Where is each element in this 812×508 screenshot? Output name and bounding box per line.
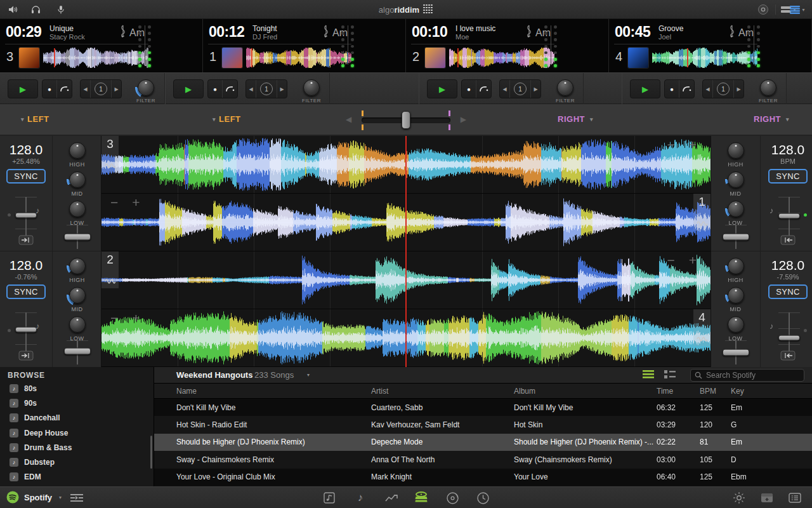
loop-button[interactable]: 1 [256,80,277,98]
sync-button[interactable]: SYNC [768,169,808,184]
eq-mid-knob[interactable] [725,169,747,190]
loop-halve-button[interactable]: ◀ [500,80,509,98]
crossfader-left-arrow[interactable]: ◀ [346,115,351,124]
volume-handle[interactable] [723,234,749,241]
play-button[interactable]: ▶ [427,79,457,98]
crossfader-handle[interactable] [402,111,410,129]
play-button[interactable]: ▶ [8,79,38,98]
deck3-assign-selector[interactable]: RIGHT▾ [558,114,593,124]
song-row[interactable]: Sway - Chainsmokers Remix Anna Of The No… [154,451,812,468]
album-view-icon[interactable] [664,370,676,381]
zoom-out-button[interactable]: − [667,137,674,152]
playlist-item[interactable]: ♪ Drum & Bass [0,440,154,455]
eq-mid-knob[interactable] [67,169,88,190]
column-name[interactable]: Name [176,387,371,396]
eq-low-knob[interactable] [725,198,747,220]
volume-fader[interactable] [74,340,81,364]
vinyl-icon[interactable] [444,491,461,505]
list-view-icon[interactable] [643,370,654,381]
charts-icon[interactable] [383,491,400,505]
cue-button[interactable]: ● [462,80,476,98]
cue-button[interactable]: ● [665,80,679,98]
eq-high-knob[interactable] [67,255,88,277]
playlist-item[interactable]: ♪ 80s [0,381,154,396]
tempo-slider[interactable] [786,312,792,353]
song-row[interactable]: Hot Skin - Radio Edit Kav Verhouzer, Sam… [154,416,812,433]
eq-low-knob[interactable] [725,314,747,335]
tempo-handle[interactable] [778,213,800,219]
tempo-handle[interactable] [15,326,37,332]
keylock-icon[interactable] [18,235,34,248]
zoom-out-button[interactable]: − [667,253,674,268]
eq-high-knob[interactable] [725,140,747,161]
history-clock-icon[interactable] [475,491,491,505]
track-overview-waveform[interactable] [652,48,757,68]
column-artist[interactable]: Artist [371,387,514,396]
microphone-icon[interactable] [54,3,68,16]
sync-button[interactable]: SYNC [6,284,46,299]
loop-double-button[interactable]: ▶ [112,80,121,98]
song-row[interactable]: Should be Higher (DJ Phoenix Remix) Depe… [154,434,812,451]
tempo-slider[interactable] [786,197,792,237]
songs-library-icon[interactable] [321,491,337,505]
track-overview-waveform[interactable] [449,48,554,68]
brightness-icon[interactable] [731,491,747,505]
playlist-item[interactable]: ♪ EDM [0,470,154,485]
deck4-assign-selector[interactable]: RIGHT▾ [754,114,789,124]
bend-button[interactable] [476,80,491,98]
headphones-icon[interactable] [29,3,43,16]
loop-button[interactable]: 1 [90,80,112,98]
view-mode-icon[interactable]: ▾ [788,3,807,16]
loop-double-button[interactable]: ▶ [531,80,540,98]
column-album[interactable]: Album [514,387,657,396]
filter-knob[interactable] [301,77,322,98]
deck2-assign-selector[interactable]: ▾LEFT [211,114,241,124]
sync-button[interactable]: SYNC [6,169,46,184]
add-to-library-icon[interactable] [759,491,775,505]
volume-handle[interactable] [723,349,749,356]
library-source-selector[interactable]: Spotify ▾ [6,491,62,504]
zoom-out-button[interactable]: − [110,311,118,326]
eq-low-knob[interactable] [67,314,88,335]
loop-halve-button[interactable]: ◀ [81,80,90,98]
column-key[interactable]: Key [731,387,812,396]
sidebar-scrollbar[interactable] [150,436,152,469]
song-row[interactable]: Your Love - Original Club Mix Mark Knigh… [154,469,812,486]
crates-icon[interactable] [413,491,429,505]
zoom-in-button[interactable]: + [689,137,697,152]
record-session-icon[interactable] [756,3,770,16]
queue-icon[interactable] [69,491,85,505]
speaker-icon[interactable] [6,3,20,16]
loop-halve-button[interactable]: ◀ [246,80,256,98]
loop-button[interactable]: 1 [509,80,531,98]
zoom-in-button[interactable]: + [689,253,697,268]
filter-knob[interactable] [757,77,779,98]
playqueue-panel-icon[interactable] [787,491,803,505]
keylock-icon[interactable] [780,235,796,248]
track-overview-waveform[interactable] [43,48,148,68]
eq-mid-knob[interactable] [67,284,88,306]
playlist-item[interactable]: ♪ Deep House [0,425,154,440]
play-button[interactable]: ▶ [630,79,660,98]
song-row[interactable]: Don't Kill My Vibe Cuartero, Sabb Don't … [154,399,812,416]
loop-double-button[interactable]: ▶ [277,80,287,98]
search-input[interactable] [690,369,804,382]
tempo-handle[interactable] [15,212,37,218]
volume-fader[interactable] [74,225,81,249]
loop-double-button[interactable]: ▶ [734,80,743,98]
playlist-item[interactable]: ♪ Dubstep [0,455,154,469]
filter-knob[interactable] [554,77,576,98]
deck1-assign-selector[interactable]: ▾LEFT [19,114,49,124]
eq-high-knob[interactable] [67,140,88,161]
tempo-slider[interactable] [23,197,29,237]
song-count-caret-icon[interactable]: ▾ [307,372,310,378]
zoom-in-button[interactable]: + [132,311,140,326]
column-time[interactable]: Time [657,387,700,396]
keylock-icon[interactable] [780,351,796,363]
eq-mid-knob[interactable] [725,284,747,306]
eq-low-knob[interactable] [67,198,88,220]
track-overview-waveform[interactable] [246,48,351,68]
keylock-icon[interactable] [18,351,34,363]
filter-knob[interactable] [135,77,157,98]
playlist-song-count[interactable]: 233 Songs [254,370,294,380]
